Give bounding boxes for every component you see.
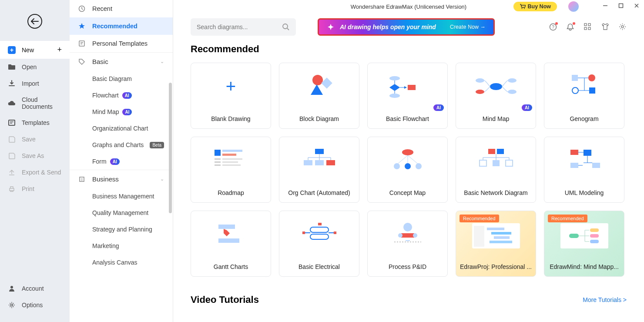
svg-rect-52 (480, 160, 486, 166)
help-icon[interactable]: ? (549, 23, 557, 31)
sub-analysis[interactable]: Analysis Canvas (70, 254, 173, 271)
svg-rect-62 (302, 231, 305, 234)
sub-busmgmt[interactable]: Business Management (70, 188, 173, 205)
flowchart-preview-icon (368, 63, 447, 109)
import-icon (8, 80, 16, 87)
svg-rect-45 (326, 160, 335, 165)
shirt-icon[interactable] (601, 23, 609, 31)
svg-rect-58 (592, 163, 600, 168)
orgchart-preview-icon (279, 137, 359, 183)
titlebar: Wondershare EdrawMax (Unlicensed Version… (173, 0, 644, 13)
svg-rect-63 (334, 231, 336, 234)
cat-recent[interactable]: Recent (70, 0, 173, 17)
card-concept[interactable]: Concept Map (367, 137, 448, 203)
svg-point-66 (398, 233, 402, 238)
svg-point-2 (10, 286, 13, 288)
svg-point-20 (389, 76, 400, 80)
sub-graphs[interactable]: Graphs and ChartsBeta (70, 137, 173, 153)
svg-rect-0 (9, 120, 15, 125)
bell-icon[interactable] (567, 23, 574, 31)
ai-corner-badge: AI (522, 104, 532, 111)
card-edrawmind[interactable]: RecommendedEdrawMind: Mind Mapp... (544, 211, 624, 277)
svg-rect-15 (584, 27, 587, 30)
svg-rect-65 (401, 233, 414, 238)
search-input[interactable] (197, 23, 282, 30)
sub-flowchart[interactable]: FlowchartAI (70, 87, 173, 104)
card-network[interactable]: Basic Network Diagram (456, 137, 536, 203)
nav-cloud[interactable]: Cloud Documents (0, 92, 70, 114)
search-box[interactable] (191, 18, 296, 36)
star-icon (78, 23, 86, 30)
svg-point-7 (521, 8, 522, 9)
toolbar-right-icons: ? (549, 23, 627, 31)
cat-basic-group[interactable]: Basic ⌄ (70, 52, 173, 70)
sub-orgchart[interactable]: Organizational Chart (70, 120, 173, 137)
minimize-button[interactable] (602, 3, 608, 9)
card-orgauto[interactable]: Org Chart (Automated) (279, 137, 359, 203)
sub-basic-diagram[interactable]: Basic Diagram (70, 70, 173, 87)
buy-now-button[interactable]: Buy Now (513, 2, 557, 11)
card-electrical[interactable]: Basic Electrical (279, 211, 359, 277)
card-blank-drawing[interactable]: +Blank Drawing (191, 63, 271, 129)
back-button[interactable] (27, 14, 42, 29)
nav-templates[interactable]: Templates (0, 114, 70, 131)
close-button[interactable] (634, 3, 640, 9)
cart-icon (520, 4, 526, 9)
cat-business-group[interactable]: Business ⌄ (70, 170, 173, 188)
pid-preview-icon (368, 211, 447, 257)
cat-personal-label: Personal Templates (92, 40, 148, 47)
user-avatar[interactable] (568, 1, 579, 12)
ai-banner[interactable]: AI drawing helps open your mind Create N… (318, 18, 495, 36)
tag-icon (78, 58, 86, 65)
svg-point-26 (476, 90, 484, 94)
svg-point-10 (283, 24, 288, 29)
card-flowchart[interactable]: AIBasic Flowchart (367, 63, 448, 129)
card-mindmap[interactable]: AIMind Map (456, 63, 536, 129)
svg-rect-68 (406, 240, 410, 241)
ai-sparkle-icon (327, 23, 335, 31)
svg-point-28 (508, 90, 517, 94)
card-gantt[interactable]: Gantt Charts (191, 211, 271, 277)
sidebar-scrollbar[interactable] (169, 83, 172, 213)
ai-banner-action: Create Now → (450, 24, 486, 30)
svg-point-27 (508, 78, 517, 83)
card-uml[interactable]: UML Modeling (544, 137, 624, 203)
nav-new[interactable]: + New + (0, 41, 70, 59)
nav-cloud-label: Cloud Documents (22, 96, 62, 110)
svg-point-24 (490, 83, 502, 90)
card-roadmap[interactable]: Roadmap (191, 137, 271, 203)
uml-preview-icon (544, 137, 624, 183)
ai-badge: AI (122, 109, 132, 115)
sub-form[interactable]: FormAI (70, 153, 173, 170)
nav-open[interactable]: Open (0, 59, 70, 75)
card-edrawproj[interactable]: RecommendedEdrawProj: Professional ... (456, 211, 536, 277)
card-genogram[interactable]: Genogram (544, 63, 624, 129)
apps-icon[interactable] (584, 23, 592, 31)
svg-rect-50 (488, 149, 495, 154)
card-block-diagram[interactable]: Block Diagram (279, 63, 359, 129)
more-tutorials-link[interactable]: More Tutorials > (583, 296, 627, 303)
card-pid[interactable]: Process P&ID (367, 211, 448, 277)
nav-options[interactable]: Options (0, 297, 70, 313)
sub-quality[interactable]: Quality Management (70, 205, 173, 221)
nav-saveas-label: Save As (22, 152, 44, 159)
cat-recommended[interactable]: Recommended (70, 17, 173, 35)
nav-saveas: Save As (0, 148, 70, 164)
cat-personal[interactable]: Personal Templates (70, 35, 173, 52)
category-sidebar: Recent Recommended Personal Templates Ba… (70, 0, 173, 322)
sub-marketing[interactable]: Marketing (70, 238, 173, 254)
svg-rect-61 (318, 223, 322, 225)
add-icon[interactable]: + (57, 45, 62, 54)
maximize-button[interactable] (618, 3, 624, 9)
sub-strategy[interactable]: Strategy and Planning (70, 221, 173, 238)
svg-rect-35 (222, 154, 236, 156)
nav-save-label: Save (22, 136, 36, 143)
sub-mindmap[interactable]: Mind MapAI (70, 104, 173, 120)
svg-rect-53 (493, 160, 500, 166)
nav-import[interactable]: Import (0, 75, 70, 92)
nav-account[interactable]: Account (0, 280, 70, 297)
section-recommended-title: Recommended (191, 44, 627, 55)
settings-icon[interactable] (619, 23, 627, 31)
roadmap-preview-icon (191, 137, 271, 183)
window-controls (602, 3, 640, 9)
